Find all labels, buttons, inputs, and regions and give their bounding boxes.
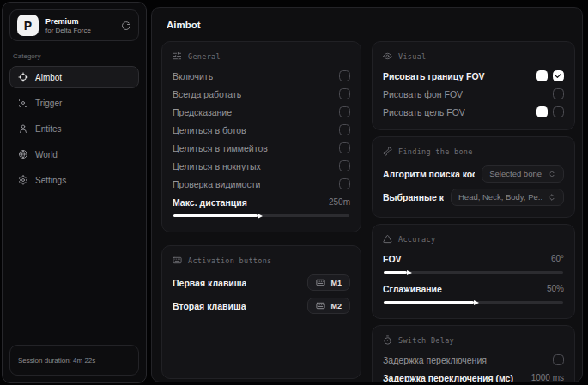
fov-target-color-swatch[interactable] xyxy=(536,106,548,117)
bone-icon xyxy=(383,147,392,156)
slider-label-row: Задержка переключения (мс) 1000 ms xyxy=(383,369,564,382)
first-key-button[interactable]: M1 xyxy=(307,274,350,291)
general-card: General Включить Всегда работать Предска… xyxy=(161,41,361,232)
sidebar-item-label: Settings xyxy=(35,176,66,185)
toggle-row: Проверка видимости xyxy=(173,175,350,193)
fov-border-color-swatch[interactable] xyxy=(536,70,548,81)
slider-label-row: Макс. дистанция 250m xyxy=(173,193,350,211)
bone-row: Алгоритм поиска костей Selected bone xyxy=(383,162,564,185)
eye-icon xyxy=(383,51,392,61)
toggle-row: Всегда работать xyxy=(173,85,350,103)
activation-card: Activation buttons Первая клавиша M1 Вто… xyxy=(161,245,361,379)
smoothing-value: 50% xyxy=(547,284,564,293)
toggle-row: Предсказание xyxy=(173,103,350,121)
draw-fov-border-checkbox[interactable] xyxy=(553,70,564,81)
target-knocked-checkbox[interactable] xyxy=(339,160,350,171)
visual-controls xyxy=(553,88,564,99)
smoothing-label: Сглаживание xyxy=(383,284,442,294)
visual-header-label: Visual xyxy=(398,52,427,61)
sidebar-item-settings[interactable]: Settings xyxy=(9,169,139,191)
general-header-label: General xyxy=(188,52,221,61)
visual-controls xyxy=(536,70,564,81)
refresh-icon[interactable] xyxy=(121,21,131,31)
sidebar-item-trigger[interactable]: Trigger xyxy=(9,92,139,114)
prediction-checkbox[interactable] xyxy=(339,106,350,117)
second-key-button[interactable]: M2 xyxy=(307,298,350,314)
sidebar-item-world[interactable]: World xyxy=(9,143,139,165)
visual-row: Рисовать цель FOV xyxy=(383,103,564,121)
toggle-label: Включить xyxy=(173,71,213,81)
brand-logo: P xyxy=(17,15,39,36)
sidebar-item-entities[interactable]: Entites xyxy=(9,117,139,140)
toggle-label: Целиться в нокнутых xyxy=(173,161,261,171)
keyboard-icon xyxy=(316,301,325,310)
brand-text: Premium for Delta Force xyxy=(45,17,91,34)
slider-label-row: Сглаживание 50% xyxy=(383,280,564,298)
keyboard-icon xyxy=(173,256,182,265)
visual-controls xyxy=(536,106,564,117)
toggle-label: Предсказание xyxy=(173,107,232,117)
always-work-checkbox[interactable] xyxy=(339,88,350,99)
triangle-icon xyxy=(383,234,392,244)
selected-bones-label: Выбранные кости xyxy=(383,192,444,202)
toggle-label: Всегда работать xyxy=(173,89,241,99)
bone-card: Finding the bone Алгоритм поиска костей … xyxy=(372,136,575,218)
visual-row: Рисовать границу FOV xyxy=(383,67,564,85)
switch-delay-ms-label: Задержка переключения (мс) xyxy=(383,373,513,383)
bone-header: Finding the bone xyxy=(383,147,564,156)
max-distance-slider[interactable] xyxy=(173,214,349,217)
sidebar-item-label: World xyxy=(35,150,58,159)
accuracy-card: Accuracy FOV 60° Сглаживание 50% xyxy=(372,224,575,319)
target-bots-checkbox[interactable] xyxy=(339,124,350,135)
toggle-row: Задержка переключения xyxy=(383,351,564,369)
target-teammates-checkbox[interactable] xyxy=(339,142,350,153)
visibility-check-checkbox[interactable] xyxy=(339,178,350,189)
switch-delay-toggle-label: Задержка переключения xyxy=(383,355,487,365)
draw-fov-target-checkbox[interactable] xyxy=(553,106,564,117)
toggle-row: Включить xyxy=(173,67,350,85)
second-key-value: M2 xyxy=(330,302,342,310)
draw-fov-bg-label: Рисовать фон FOV xyxy=(383,89,463,99)
switch-delay-header: Switch Delay xyxy=(383,335,564,345)
toggle-label: Целиться в ботов xyxy=(173,125,246,135)
selected-bones-value: Head, Neck, Body, Pe... xyxy=(458,192,542,202)
sidebar-item-aimbot[interactable]: Aimbot xyxy=(9,66,139,88)
slider-label-row: FOV 60° xyxy=(383,250,564,268)
slider-fill xyxy=(173,214,258,217)
sliders-icon xyxy=(173,51,182,61)
focus-icon xyxy=(18,98,28,108)
sidebar: P Premium for Delta Force Category Aimbo… xyxy=(2,2,147,383)
toggle-label: Проверка видимости xyxy=(173,179,260,189)
timer-icon xyxy=(383,335,392,345)
sidebar-item-label: Aimbot xyxy=(35,73,62,82)
toggle-label: Целиться в тиммейтов xyxy=(173,143,268,153)
crosshair-icon xyxy=(18,72,28,82)
keyboard-icon xyxy=(316,278,325,287)
activation-header: Activation buttons xyxy=(173,256,350,265)
keybind-row: Первая клавиша M1 xyxy=(173,271,350,294)
person-icon xyxy=(18,123,28,134)
switch-delay-checkbox[interactable] xyxy=(553,354,564,365)
session-duration: Session duration: 4m 22s xyxy=(9,345,139,376)
activation-header-label: Activation buttons xyxy=(188,256,272,265)
bone-algorithm-select[interactable]: Selected bone xyxy=(482,165,564,183)
keybind-row: Вторая клавиша M2 xyxy=(173,294,350,317)
smoothing-slider[interactable] xyxy=(384,301,563,304)
bone-algorithm-label: Алгоритм поиска костей xyxy=(383,169,475,179)
accuracy-header: Accuracy xyxy=(383,234,564,244)
bone-row: Выбранные кости Head, Neck, Body, Pe... xyxy=(383,185,564,208)
switch-delay-header-label: Switch Delay xyxy=(398,336,454,345)
selected-bones-select[interactable]: Head, Neck, Body, Pe... xyxy=(451,189,564,206)
main-panel: Aimbot General Включить Всегда работать xyxy=(151,7,583,382)
globe-icon xyxy=(18,149,28,159)
draw-fov-bg-checkbox[interactable] xyxy=(553,88,564,99)
fov-slider[interactable] xyxy=(384,271,563,274)
visual-header: Visual xyxy=(383,51,564,61)
general-header: General xyxy=(173,51,350,61)
visual-row: Рисовать фон FOV xyxy=(383,85,564,103)
enable-checkbox[interactable] xyxy=(339,70,350,81)
page-title: Aimbot xyxy=(167,20,575,30)
max-distance-value: 250m xyxy=(329,197,350,207)
first-key-value: M1 xyxy=(330,279,342,287)
toggle-row: Целиться в тиммейтов xyxy=(173,139,350,157)
